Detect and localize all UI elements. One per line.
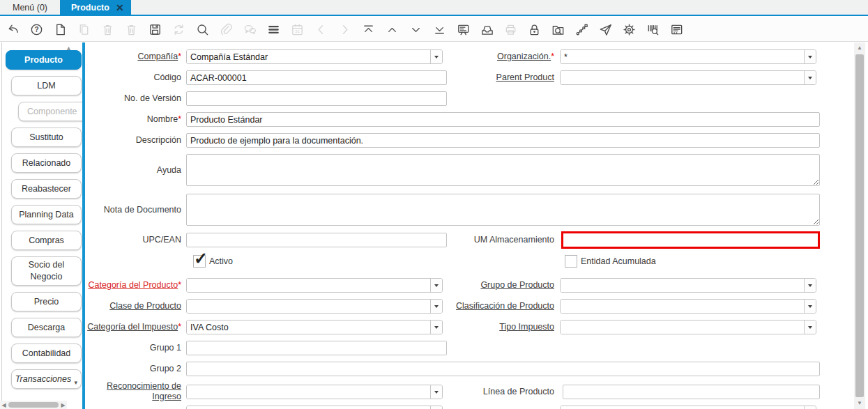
archive-icon[interactable] [480, 22, 494, 37]
save-icon[interactable] [148, 22, 162, 37]
zoom-across-icon[interactable] [551, 22, 565, 37]
sidebar-tab-contabilidad[interactable]: Contabilidad [11, 344, 82, 363]
window-tab-bar: Menú (0) Producto ✕ [0, 0, 868, 16]
sidebar-tab-label: LDM [37, 80, 55, 92]
lock-icon[interactable] [527, 22, 542, 37]
ayuda-textarea[interactable] [186, 154, 820, 186]
sidebar-tab-label: Reabastecer [22, 183, 71, 195]
parent-product-combo[interactable] [560, 70, 816, 85]
clasificacion-de-producto-combo[interactable] [560, 299, 816, 314]
report-icon[interactable] [456, 22, 471, 37]
sidebar-tab-label: Compras [29, 235, 64, 247]
workflow-icon[interactable] [574, 22, 589, 37]
dropdown-icon[interactable] [804, 321, 816, 334]
sidebar-tab-compras[interactable]: Compras [11, 231, 82, 250]
dropdown-icon[interactable] [804, 279, 816, 292]
grupo-de-producto-combo[interactable] [560, 278, 816, 293]
new-record-icon[interactable] [53, 22, 68, 37]
parent-product-input[interactable] [561, 71, 804, 84]
scroll-up-icon[interactable]: ▲ [854, 43, 865, 53]
scroll-left-icon[interactable]: ◀ [0, 402, 8, 408]
sidebar-horizontal-scrollbar[interactable]: ◀ ▶ [0, 401, 67, 409]
sidebar-tab-label: Relacionado [22, 157, 71, 169]
clasificacion-de-producto-input[interactable] [561, 300, 804, 313]
sidebar-tab-descarga[interactable]: Descarga [11, 318, 82, 337]
request-icon[interactable] [598, 22, 613, 37]
reconocimiento-de-ingreso-combo[interactable] [186, 385, 443, 399]
organizacion-input[interactable] [561, 50, 804, 63]
activo-checkbox[interactable]: ✓ [193, 255, 206, 268]
chevron-down-icon[interactable]: ▾ [74, 377, 77, 389]
sidebar-tab-label: Componente [27, 106, 77, 118]
sidebar-tab-componente[interactable]: Componente [18, 102, 82, 121]
cutoff-field-right-combo[interactable] [560, 406, 816, 409]
dropdown-icon[interactable] [430, 406, 442, 409]
nombre-input[interactable] [186, 112, 820, 127]
no-de-version-input[interactable] [186, 91, 447, 106]
previous-record-icon[interactable] [385, 22, 399, 37]
clase-de-producto-combo[interactable] [186, 299, 443, 314]
close-tab-icon[interactable]: ✕ [116, 3, 124, 13]
tipo-impuesto-input[interactable] [561, 321, 804, 334]
sidebar-tab-planning-data[interactable]: Planning Data [11, 205, 82, 224]
organizacion-combo[interactable] [560, 49, 816, 64]
entidad-acumulada-checkbox-label: Entidad Acumulada [581, 255, 656, 268]
categoria-del-producto-combo[interactable] [186, 278, 443, 293]
help-icon[interactable]: ? [29, 22, 44, 37]
upc-ean-input[interactable] [186, 233, 447, 247]
descripcion-label: Descripción [85, 135, 181, 146]
vertical-scrollbar[interactable]: ▲ ▼ [854, 43, 865, 409]
scroll-down-icon[interactable]: ▼ [854, 399, 865, 408]
tipo-impuesto-combo[interactable] [560, 320, 816, 334]
next-record-icon[interactable] [409, 22, 423, 37]
sidebar-tab-label: Precio [34, 296, 59, 308]
clase-de-producto-input[interactable] [187, 300, 430, 313]
grid-toggle-icon[interactable] [266, 22, 281, 37]
product-info-icon[interactable] [646, 22, 660, 37]
first-record-icon[interactable] [361, 22, 376, 37]
codigo-input[interactable] [186, 70, 447, 85]
categoria-del-impuesto-combo[interactable] [186, 320, 443, 334]
descripcion-input[interactable] [186, 133, 820, 148]
last-record-icon[interactable] [432, 22, 447, 37]
compania-combo[interactable] [186, 49, 443, 64]
categoria-del-producto-input[interactable] [187, 279, 430, 292]
um-almacenamiento-field[interactable] [561, 231, 820, 249]
sidebar-tab-socio-del-negocio[interactable]: Socio del Negocio [11, 256, 82, 286]
dropdown-icon[interactable] [804, 50, 816, 63]
linea-de-producto-label: Línea de Producto [430, 387, 554, 397]
linea-de-producto-input[interactable] [563, 385, 820, 399]
sidebar-tab-reabastecer[interactable]: Reabastecer [11, 179, 82, 199]
find-icon[interactable] [195, 22, 210, 37]
undo-icon[interactable] [6, 22, 20, 37]
scrollbar-thumb[interactable] [8, 402, 59, 408]
grupo-1-input[interactable] [186, 341, 447, 355]
cutoff-field-left-combo[interactable] [186, 406, 443, 409]
grupo-2-input[interactable] [186, 362, 820, 376]
dropdown-icon[interactable] [804, 406, 816, 409]
upc-ean-label: UPC/EAN [85, 235, 181, 245]
tab-producto[interactable]: Producto ✕ [60, 0, 131, 15]
reconocimiento-de-ingreso-input[interactable] [187, 385, 430, 399]
entidad-acumulada-checkbox[interactable]: ✓ [565, 255, 577, 268]
categoria-del-impuesto-input[interactable] [187, 321, 430, 334]
product-form: Compañía* Organización.* Código Parent P… [85, 43, 854, 409]
dropdown-icon[interactable] [804, 300, 816, 313]
sidebar-tab-precio[interactable]: Precio [11, 292, 82, 311]
dropdown-icon[interactable] [804, 71, 816, 84]
scroll-right-icon[interactable]: ▶ [59, 402, 67, 408]
scrollbar-thumb[interactable] [855, 54, 864, 397]
preferences-icon[interactable] [622, 22, 637, 37]
sidebar-tab-producto[interactable]: Producto [6, 50, 82, 70]
grupo-de-producto-input[interactable] [561, 279, 804, 292]
nota-de-documento-textarea[interactable] [186, 194, 820, 226]
tab-menu[interactable]: Menú (0) [0, 0, 60, 15]
sidebar-tab-transacciones[interactable]: Transacciones▾ [11, 369, 82, 389]
sidebar-tab-sustituto[interactable]: Sustituto [11, 128, 82, 147]
svg-text:?: ? [34, 26, 38, 33]
quick-form-icon[interactable] [669, 22, 684, 37]
sidebar-tab-list: ProductoLDMComponenteSustitutoRelacionad… [0, 50, 82, 395]
sidebar-tab-ldm[interactable]: LDM [11, 76, 82, 95]
compania-input[interactable] [187, 50, 430, 63]
sidebar-tab-relacionado[interactable]: Relacionado [11, 153, 82, 173]
